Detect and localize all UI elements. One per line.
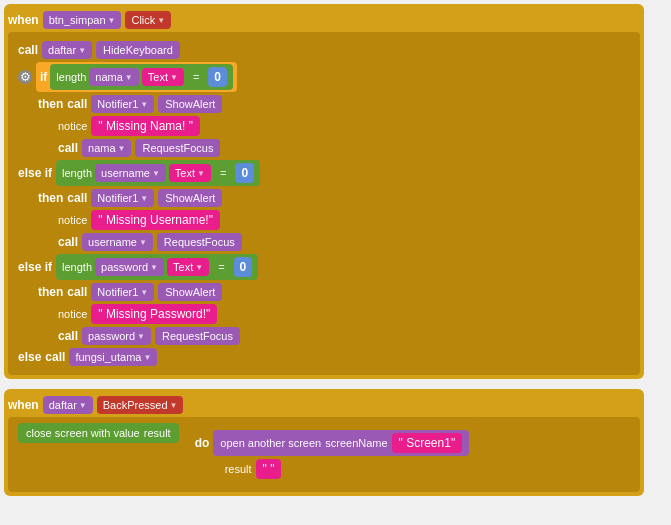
password-component-2[interactable]: password [82,327,151,345]
when-keyword-1: when [8,13,39,27]
notifier1-1[interactable]: Notifier1 [91,95,154,113]
gear-icon-1[interactable]: ⚙ [18,70,32,84]
result-label-1: result [144,427,171,439]
if-block-1: if length nama Text = 0 [36,62,237,92]
do-open-screen-body: do open another screen screenName " Scre… [187,423,478,486]
if-keyword-1: if [40,70,47,84]
zero-block-2[interactable]: 0 [235,163,254,183]
when-header-row: when btn_simpan Click [8,11,640,29]
username-component-1[interactable]: username [95,164,166,182]
fungsi-utama-component[interactable]: fungsi_utama [69,348,157,366]
notice-label-1: notice [58,120,87,132]
when-block-2: when daftar BackPressed close screen wit… [4,389,644,496]
notice-row-1: notice " Missing Nama! " [58,116,634,136]
eq-block-2: = [214,164,232,182]
zero-block-1[interactable]: 0 [208,67,227,87]
nama-component-1[interactable]: nama [89,68,138,86]
call-keyword: call [18,43,38,57]
nama-component-2[interactable]: nama [82,139,131,157]
open-another-screen-block: open another screen screenName " Screen1… [213,430,469,456]
username-component-2[interactable]: username [82,233,153,251]
do2-keyword: do [195,436,210,450]
else-if-keyword-1: else if [18,166,52,180]
call-hide-keyboard-row: call daftar HideKeyboard [18,41,634,59]
request-focus-nama-row: call nama RequestFocus [58,139,634,157]
notifier1-2[interactable]: Notifier1 [91,189,154,207]
close-screen-block: close screen with value result [18,423,179,443]
do-body-2: close screen with value result do open a… [8,417,640,492]
show-alert-1[interactable]: ShowAlert [158,95,222,113]
missing-password-string: " Missing Password!" [91,304,217,324]
do-body-1: call daftar HideKeyboard ⚙ if length nam… [8,32,640,375]
notifier1-3[interactable]: Notifier1 [91,283,154,301]
request-focus-password-row: call password RequestFocus [58,327,634,345]
password-component-1[interactable]: password [95,258,164,276]
screen1-value: " Screen1" [392,433,463,453]
eq-block-3: = [212,258,230,276]
click-event[interactable]: Click [125,11,171,29]
when-keyword-2: when [8,398,39,412]
missing-username-string: " Missing Username!" [91,210,220,230]
open-screen-row: do open another screen screenName " Scre… [195,430,470,456]
show-alert-2[interactable]: ShowAlert [158,189,222,207]
btn-simpan-component[interactable]: btn_simpan [43,11,122,29]
if-row-1: ⚙ if length nama Text = 0 [18,62,634,92]
daftar-component-2[interactable]: daftar [43,396,93,414]
text-block-3[interactable]: Text [167,258,209,276]
result-value-block: " " [256,459,282,479]
then-row-1: then call Notifier1 ShowAlert [38,95,634,113]
request-focus-1[interactable]: RequestFocus [135,139,220,157]
missing-nama-string: " Missing Nama! " [91,116,200,136]
length-block-1: length nama Text = 0 [50,64,233,90]
zero-block-3[interactable]: 0 [234,257,253,277]
daftar-component-1[interactable]: daftar [42,41,92,59]
request-focus-username-row: call username RequestFocus [58,233,634,251]
notice-row-3: notice " Missing Password!" [58,304,634,324]
show-alert-3[interactable]: ShowAlert [158,283,222,301]
then-row-2: then call Notifier1 ShowAlert [38,189,634,207]
request-focus-2[interactable]: RequestFocus [157,233,242,251]
result-row-2: result " " [195,459,470,479]
result-label-2: result [225,463,252,475]
notice-label-2: notice [58,214,87,226]
request-focus-3[interactable]: RequestFocus [155,327,240,345]
hide-keyboard-block[interactable]: HideKeyboard [96,41,180,59]
notice-label-3: notice [58,308,87,320]
do-content-2: close screen with value result do open a… [18,423,634,486]
then-keyword-1: then [38,97,63,111]
when-header-2: when daftar BackPressed [8,396,640,414]
back-pressed-event[interactable]: BackPressed [97,396,184,414]
then-row-3: then call Notifier1 ShowAlert [38,283,634,301]
text-block-1[interactable]: Text [142,68,184,86]
close-screen-label: close screen with value [26,427,140,439]
length-block-2: length username Text = 0 [56,160,260,186]
else-if-row-2: else if length password Text = 0 [18,254,634,280]
else-if-row-1: else if length username Text = 0 [18,160,634,186]
else-row: else call fungsi_utama [18,348,634,366]
else-keyword: else [18,350,41,364]
when-block-1: when btn_simpan Click call daftar HideKe… [4,4,644,379]
text-block-2[interactable]: Text [169,164,211,182]
length-block-3: length password Text = 0 [56,254,258,280]
notice-row-2: notice " Missing Username!" [58,210,634,230]
eq-block-1: = [187,68,205,86]
